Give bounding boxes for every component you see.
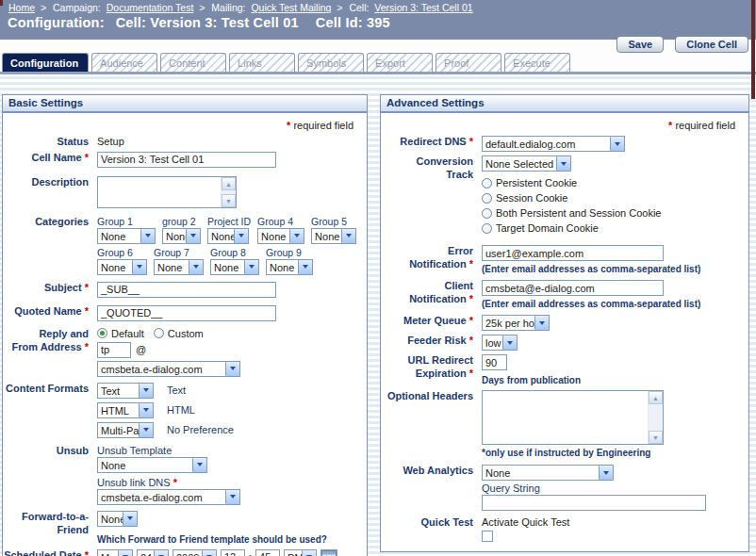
category-group-5-label: Group 5 — [311, 216, 356, 227]
scroll-down-icon[interactable]: ▼ — [649, 431, 663, 444]
subject-input[interactable] — [97, 282, 276, 298]
meter-queue-select[interactable]: 25k per hour — [482, 315, 550, 331]
breadcrumb-link-campaign[interactable]: Documentation Test — [107, 2, 194, 13]
client-notification-input[interactable] — [482, 280, 664, 296]
scroll-up-icon[interactable]: ▲ — [649, 391, 663, 404]
scroll-up-icon[interactable]: ▲ — [222, 177, 236, 190]
scroll-down-icon[interactable]: ▼ — [222, 194, 236, 207]
chevron-down-icon — [186, 229, 200, 243]
cell-name-input[interactable] — [97, 152, 276, 168]
ampm-select[interactable]: PM — [284, 549, 317, 556]
unsub-template-select[interactable]: None — [97, 457, 207, 473]
chevron-down-icon — [234, 229, 248, 243]
category-group-5-select[interactable]: None — [311, 228, 356, 244]
unsub-label: Unsub — [3, 445, 95, 505]
tab-content: Content — [160, 53, 226, 72]
reply-default-radio[interactable] — [97, 328, 107, 338]
web-analytics-select[interactable]: None — [482, 465, 614, 481]
tab-audience: Audience — [91, 53, 157, 72]
tab-symbols: Symbols — [298, 53, 364, 72]
chevron-down-icon — [341, 229, 355, 243]
chevron-down-icon — [192, 458, 206, 472]
category-group-1-label: Group 1 — [97, 216, 156, 227]
client-notification-label: Client Notification * — [381, 280, 480, 309]
minute-input[interactable] — [255, 549, 280, 556]
persistent-cookie-radio[interactable] — [482, 178, 492, 188]
category-group-1-select[interactable]: None — [97, 228, 156, 244]
chevron-down-icon — [599, 466, 613, 480]
clone-cell-button[interactable]: Clone Cell — [675, 36, 748, 53]
activate-quick-test-label: Activate Quick Test — [482, 516, 569, 528]
category-group-9-select[interactable]: None — [266, 259, 313, 275]
quoted-name-label: Quoted Name * — [3, 305, 95, 321]
conversion-track-label: Conversion Track — [381, 155, 480, 237]
reply-local-input[interactable] — [97, 342, 131, 358]
chevron-down-icon — [502, 335, 517, 350]
save-button[interactable]: Save — [616, 36, 664, 53]
chevron-down-icon — [534, 316, 549, 330]
year-select[interactable]: 2009 — [173, 549, 217, 556]
forward-to-friend-help: Which Forward to Friend template should … — [97, 534, 367, 545]
required-asterisk: * — [85, 549, 89, 556]
both-cookie-radio[interactable] — [482, 208, 492, 219]
category-project-id-select[interactable]: None — [207, 228, 249, 244]
category-group-7-select[interactable]: None — [154, 259, 204, 275]
quoted-name-input[interactable] — [97, 305, 276, 321]
url-expiration-input[interactable] — [482, 354, 507, 370]
breadcrumb: Home > Campaign: Documentation Test > Ma… — [8, 2, 748, 13]
required-asterisk: * — [85, 282, 89, 293]
at-sign: @ — [136, 344, 146, 355]
breadcrumb-link-home[interactable]: Home — [8, 2, 35, 13]
hour-input[interactable] — [221, 549, 245, 556]
tab-configuration[interactable]: Configuration — [2, 53, 89, 72]
content-format-html-select[interactable]: HTML — [97, 402, 154, 418]
time-colon: : — [249, 551, 252, 556]
description-textarea[interactable]: ▲ ▼ — [97, 176, 237, 208]
required-asterisk: * — [287, 120, 290, 131]
category-group-6-select[interactable]: None — [97, 259, 147, 275]
conversion-track-select[interactable]: None Selected — [482, 155, 571, 172]
textarea-scrollbar[interactable]: ▲ ▼ — [648, 391, 663, 444]
month-select[interactable]: Mar — [97, 549, 133, 556]
chevron-down-icon — [132, 260, 146, 274]
feeder-risk-select[interactable]: low — [482, 335, 518, 351]
category-group-4-select[interactable]: None — [257, 228, 304, 244]
web-analytics-label: Web Analytics — [381, 465, 480, 511]
required-field-note: * required field — [381, 113, 748, 136]
session-cookie-radio[interactable] — [482, 193, 492, 204]
chevron-down-icon — [140, 229, 155, 243]
required-asterisk: * — [469, 258, 473, 270]
content-format-multipart-select[interactable]: Multi-Part — [97, 422, 154, 438]
reply-domain-select[interactable]: cmsbeta.e-dialog.com — [97, 361, 240, 377]
redirect-dns-select[interactable]: default.edialog.com — [482, 136, 625, 152]
reply-custom-radio[interactable] — [154, 328, 164, 338]
chevron-down-icon — [123, 512, 137, 526]
quick-test-checkbox[interactable] — [482, 531, 493, 542]
unsub-dns-select[interactable]: cmsbeta.e-dialog.com — [97, 489, 240, 505]
target-domain-cookie-radio[interactable] — [482, 223, 492, 234]
breadcrumb-link-cell[interactable]: Version 3: Test Cell 01 — [374, 2, 472, 13]
page-edge-accent — [0, 0, 3, 6]
forward-to-friend-select[interactable]: None — [97, 511, 138, 527]
page-title-cell-id: Cell Id: 395 — [316, 15, 390, 30]
breadcrumb-link-mailing[interactable]: Quick Test Mailing — [251, 2, 331, 13]
category-group-2-select[interactable]: None — [162, 228, 201, 244]
textarea-content[interactable] — [483, 391, 648, 444]
calendar-icon[interactable] — [320, 549, 337, 556]
cell-name-label: Cell Name * — [3, 152, 95, 168]
scheduled-date-label: Scheduled Date * — [3, 549, 95, 556]
breadcrumb-label-mailing: Mailing: — [211, 2, 245, 13]
optional-headers-textarea[interactable]: ▲ ▼ — [482, 390, 664, 445]
day-select[interactable]: 24 — [137, 549, 169, 556]
textarea-scrollbar[interactable]: ▲ ▼ — [221, 177, 236, 207]
error-notification-input[interactable] — [482, 245, 664, 261]
basic-settings-header: Basic Settings — [3, 95, 367, 113]
category-group-8-select[interactable]: None — [210, 259, 259, 275]
content-format-text-select[interactable]: Text — [97, 383, 154, 399]
quick-test-label: Quick Test — [381, 516, 480, 544]
chevron-down-icon — [139, 384, 153, 398]
breadcrumb-separator: > — [337, 2, 342, 13]
query-string-input[interactable] — [482, 495, 706, 511]
required-note-text: required field — [675, 120, 735, 131]
textarea-content[interactable] — [98, 177, 221, 207]
